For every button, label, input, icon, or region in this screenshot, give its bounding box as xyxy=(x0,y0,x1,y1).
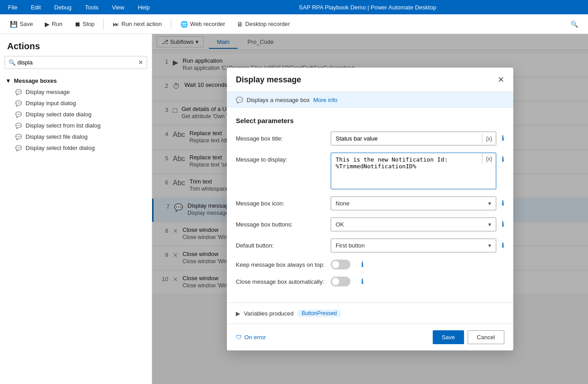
sidebar-item-display-file[interactable]: 💬 Display select file dialog xyxy=(0,131,152,142)
form-row-message: Message to display: This is the new Noti… xyxy=(236,153,504,189)
sidebar-item-display-message[interactable]: 💬 Display message xyxy=(0,86,152,98)
menu-bar[interactable]: File Edit Debug Tools View Help xyxy=(5,2,153,13)
search-input[interactable] xyxy=(5,56,147,68)
message-info-icon[interactable]: ℹ xyxy=(502,155,504,163)
sidebar-item-display-folder[interactable]: 💬 Display select folder dialog xyxy=(0,142,152,154)
date-icon: 💬 xyxy=(15,111,22,118)
vars-label: Variables produced xyxy=(244,310,294,317)
menu-tools[interactable]: Tools xyxy=(82,2,101,13)
app-title: SAP RPA Playbook Demo | Power Automate D… xyxy=(153,4,583,11)
stop-button[interactable]: ⏹ Stop xyxy=(70,18,99,30)
stop-icon: ⏹ xyxy=(74,21,81,28)
search-button[interactable]: 🔍 xyxy=(566,18,583,30)
chevron-down-icon: ▼ xyxy=(5,77,11,84)
input-icon: 💬 xyxy=(15,100,22,107)
message-textarea[interactable]: This is the new Notification Id: %Trimme… xyxy=(331,153,482,189)
form-row-default-btn: Default button: First button ▾ ℹ xyxy=(236,239,504,252)
close-auto-info-icon[interactable]: ℹ xyxy=(361,277,364,286)
icon-select[interactable]: None ▾ xyxy=(331,196,496,210)
shield-icon: 🛡 xyxy=(236,334,242,341)
close-auto-toggle[interactable] xyxy=(331,277,350,286)
message-boxes-section: ▼ Message boxes 💬 Display message 💬 Disp… xyxy=(0,73,152,155)
run-button[interactable]: ▶ Run xyxy=(40,18,67,30)
menu-view[interactable]: View xyxy=(109,2,127,13)
default-btn-select-container: First button ▾ xyxy=(331,239,496,252)
run-next-icon: ⏭ xyxy=(113,21,119,28)
message-input-container: This is the new Notification Id: %Trimme… xyxy=(331,153,496,189)
modal-save-button[interactable]: Save xyxy=(433,330,464,344)
search-icon: 🔍 xyxy=(571,21,578,28)
buttons-value: OK xyxy=(336,221,344,228)
always-on-top-toggle[interactable] xyxy=(331,260,350,269)
menu-file[interactable]: File xyxy=(5,2,20,13)
vars-header[interactable]: ▶ Variables produced ButtonPressed xyxy=(236,309,504,317)
main-layout: Actions 🔍 ✕ ▼ Message boxes 💬 Display me… xyxy=(0,34,588,384)
desktop-recorder-button[interactable]: 🖥 Desktop recorder xyxy=(232,18,294,30)
var-badge: ButtonPressed xyxy=(297,309,341,317)
list-icon: 💬 xyxy=(15,123,22,129)
message-label: Message to display: xyxy=(236,153,325,163)
sidebar-item-display-list[interactable]: 💬 Display select from list dialog xyxy=(0,120,152,131)
modal-cancel-button[interactable]: Cancel xyxy=(468,330,504,344)
search-icon: 🔍 xyxy=(9,59,16,66)
icon-label: Message box icon: xyxy=(236,196,325,207)
title-input-container: {x} xyxy=(331,132,496,145)
close-auto-label: Close message box automatically: xyxy=(236,278,325,285)
buttons-select[interactable]: OK ▾ xyxy=(331,218,496,231)
menu-help[interactable]: Help xyxy=(135,2,153,13)
default-btn-info-icon[interactable]: ℹ xyxy=(502,241,504,249)
always-on-top-label: Keep message box always on top: xyxy=(236,261,325,268)
select-params-title: Select parameters xyxy=(236,117,504,124)
sidebar-item-display-date[interactable]: 💬 Display select date dialog xyxy=(0,109,152,120)
form-row-title: Message box title: {x} ℹ xyxy=(236,132,504,145)
menu-debug[interactable]: Debug xyxy=(51,2,74,13)
search-container: 🔍 ✕ xyxy=(4,56,147,69)
modal-title: Display message xyxy=(236,75,301,85)
icon-value: None xyxy=(336,200,349,207)
form-row-buttons: Message box buttons: OK ▾ ℹ xyxy=(236,218,504,231)
sidebar: Actions 🔍 ✕ ▼ Message boxes 💬 Display me… xyxy=(0,34,152,384)
vars-chevron-right-icon: ▶ xyxy=(236,310,240,317)
info-text: Displays a message box xyxy=(247,97,310,103)
modal-close-button[interactable]: ✕ xyxy=(498,75,504,85)
buttons-chevron-down-icon: ▾ xyxy=(488,221,491,228)
icon-select-container: None ▾ xyxy=(331,196,496,210)
vars-section: ▶ Variables produced ButtonPressed xyxy=(227,303,513,324)
modal-footer: 🛡 On error Save Cancel xyxy=(227,324,513,350)
display-message-modal: Display message ✕ 💬 Displays a message b… xyxy=(227,68,513,350)
icon-chevron-down-icon: ▾ xyxy=(488,200,491,207)
buttons-info-icon[interactable]: ℹ xyxy=(502,220,504,228)
file-icon: 💬 xyxy=(15,134,22,140)
run-icon: ▶ xyxy=(45,21,50,28)
toggle-row-close-auto: Close message box automatically: ℹ xyxy=(236,277,504,286)
default-btn-value: First button xyxy=(336,242,365,249)
run-next-button[interactable]: ⏭ Run next action xyxy=(108,18,166,30)
more-info-link[interactable]: More info xyxy=(313,97,337,103)
menu-edit[interactable]: Edit xyxy=(28,2,43,13)
web-recorder-button[interactable]: 🌐 Web recorder xyxy=(176,18,230,30)
default-btn-select[interactable]: First button ▾ xyxy=(331,239,496,252)
clear-icon[interactable]: ✕ xyxy=(138,59,143,66)
sidebar-item-display-input[interactable]: 💬 Display input dialog xyxy=(0,98,152,109)
section-header-message-boxes[interactable]: ▼ Message boxes xyxy=(0,75,152,86)
folder-icon: 💬 xyxy=(15,145,22,151)
on-error-button[interactable]: 🛡 On error xyxy=(236,334,266,341)
toolbar: 💾 Save ▶ Run ⏹ Stop ⏭ Run next action 🌐 … xyxy=(0,14,588,34)
footer-actions: Save Cancel xyxy=(433,330,504,344)
title-input-with-btn: {x} xyxy=(331,132,496,145)
title-bar: File Edit Debug Tools View Help SAP RPA … xyxy=(0,0,588,14)
message-var-button[interactable]: {x} xyxy=(482,154,496,164)
title-var-button[interactable]: {x} xyxy=(482,134,496,144)
message-textarea-with-btn: This is the new Notification Id: %Trimme… xyxy=(331,153,496,189)
separator-1 xyxy=(103,19,104,30)
title-info-icon[interactable]: ℹ xyxy=(502,134,504,142)
info-message-icon: 💬 xyxy=(236,97,243,103)
message-title-input[interactable] xyxy=(331,132,482,145)
save-button[interactable]: 💾 Save xyxy=(5,18,38,30)
content-area: ⎇ Subflows ▾ Main Pro_Code 1 ▶ Run appli… xyxy=(152,34,588,384)
always-on-top-info-icon[interactable]: ℹ xyxy=(361,260,364,269)
message-icon: 💬 xyxy=(15,89,22,95)
icon-info-icon[interactable]: ℹ xyxy=(502,199,504,207)
buttons-label: Message box buttons: xyxy=(236,218,325,228)
buttons-select-container: OK ▾ xyxy=(331,218,496,231)
